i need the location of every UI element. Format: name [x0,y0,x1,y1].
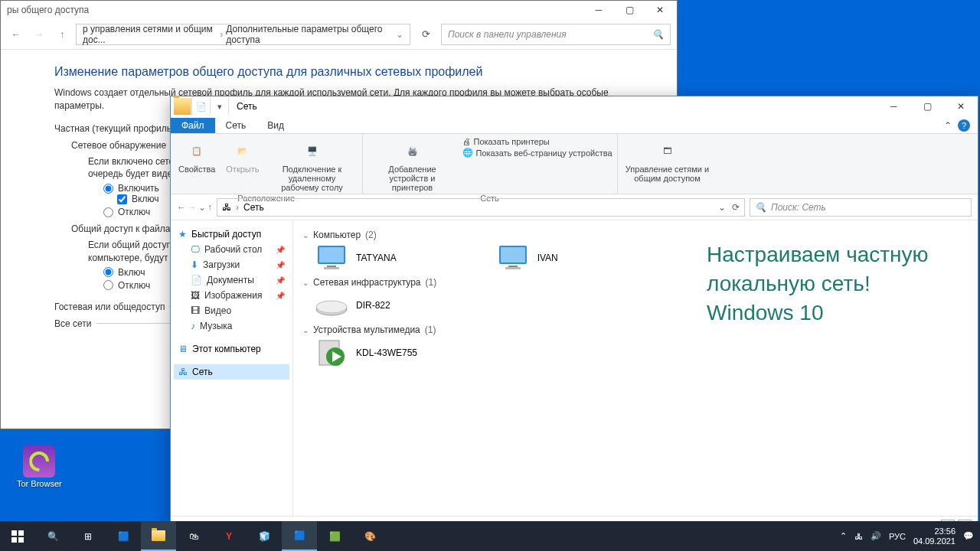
section-guest[interactable]: Гостевая или общедоступ [54,302,165,312]
radio-fileshare-off[interactable] [103,280,113,290]
network-icon: 🖧 [178,367,188,377]
cp-breadcrumb[interactable]: р управления сетями и общим дос... › Доп… [76,24,410,45]
radio-netdisc-off[interactable] [103,207,113,217]
ex-breadcrumb[interactable]: 🖧 › Сеть ⌄ ⟳ [217,198,745,217]
nav-downloads[interactable]: ⬇Загрузки📌 [174,257,289,272]
ribbon-tabs: Файл Сеть Вид ⌃ ? [171,116,978,133]
rdp-icon: 🖥️ [300,139,325,163]
breadcrumb-dropdown[interactable]: ⌄ [718,202,726,213]
chevron-down-icon: ⌄ [302,326,309,334]
tray-volume-icon[interactable]: 🔊 [871,531,881,541]
ribbon-network-center-button[interactable]: 🗔Управление сетями и общим доступом [622,137,713,184]
section-all-networks[interactable]: Все сети [54,318,92,329]
ribbon-properties-button[interactable]: 📋Свойства [175,137,218,175]
help-icon[interactable]: ? [958,119,970,132]
taskbar-regedit[interactable]: 🧊 [247,521,282,551]
svg-rect-1 [319,247,344,262]
computer-item[interactable]: TATYANA [315,243,397,272]
clock-date: 04.09.2021 [913,536,956,546]
svg-rect-13 [11,530,17,536]
forward-button[interactable]: → [30,25,48,44]
nav-this-pc[interactable]: 🖥Этот компьютер [174,341,289,357]
computer-item[interactable]: IVAN [496,243,558,272]
radio-netdisc-on[interactable] [103,184,113,194]
minimize-button[interactable]: ─ [877,96,910,116]
content-pane: ⌄Компьютер (2) TATYANA IVAN ⌄Сетевая инф… [293,220,978,516]
up-button[interactable]: ↑ [53,25,71,44]
close-button[interactable]: ✕ [645,1,675,19]
nav-documents[interactable]: 📄Документы📌 [174,272,289,288]
radio-fileshare-on[interactable] [103,267,113,277]
maximize-button[interactable]: ▢ [910,96,944,116]
taskbar-paint[interactable]: 🎨 [352,521,387,551]
ribbon-rdp-button[interactable]: 🖥️Подключение к удаленному рабочему стол… [267,137,358,194]
refresh-button[interactable]: ⟳ [732,202,740,213]
tab-network[interactable]: Сеть [215,118,257,133]
chevron-right-icon: › [220,29,223,40]
search-button[interactable]: 🔍 [35,521,70,551]
properties-icon: 📋 [185,139,209,163]
monitor-icon [315,243,348,272]
ribbon-show-webpage-button[interactable]: 🌐Показать веб-страницу устройства [462,148,612,158]
tray-notifications-icon[interactable]: 💬 [963,531,974,541]
back-button[interactable]: ← [7,25,25,44]
cp-heading: Изменение параметров общего доступа для … [54,65,623,79]
breadcrumb-seg[interactable]: Сеть [243,202,264,213]
ribbon-add-devices-button[interactable]: 🖨️Добавление устройств и принтеров [368,137,458,194]
svg-rect-14 [18,530,24,536]
breadcrumb-seg[interactable]: р управления сетями и общим дос... [83,24,217,45]
group-computers[interactable]: ⌄Компьютер (2) [302,230,969,240]
tab-view[interactable]: Вид [256,118,295,133]
item-label: KDL-43WE755 [356,347,417,358]
ex-search-input[interactable]: 🔍 Поиск: Сеть [750,198,972,217]
ex-titlebar: 📄 ▾ Сеть ─ ▢ ✕ [171,96,978,116]
forward-button[interactable]: → [188,202,197,213]
router-item[interactable]: DIR-822 [315,291,390,320]
cp-titlebar: ры общего доступа ─ ▢ ✕ [1,1,677,19]
window-title: Сеть [237,101,257,112]
maximize-button[interactable]: ▢ [614,1,645,19]
section-private[interactable]: Частная (текущий профиль) [54,123,175,134]
nav-quick-access[interactable]: ★Быстрый доступ [174,227,289,242]
qat-properties-icon[interactable]: 📄 [192,98,211,115]
back-button[interactable]: ← [177,202,186,213]
cp-search-input[interactable]: Поиск в панели управления 🔍 [441,24,671,45]
task-view-button[interactable]: ⊞ [70,521,106,551]
recent-dropdown[interactable]: ⌄ [198,202,206,213]
tor-browser-icon [23,445,55,478]
up-button[interactable]: ↑ [207,202,212,213]
taskbar-yandex[interactable]: Y [211,521,247,551]
ribbon-show-printers-button[interactable]: 🖨Показать принтеры [462,137,612,146]
start-button[interactable] [0,521,35,551]
taskbar-edge[interactable]: 🟦 [106,521,141,551]
refresh-button[interactable]: ⟳ [415,24,436,45]
desktop-icon-tor[interactable]: Tor Browser [17,445,62,488]
taskbar-app[interactable]: 🟦 [282,521,317,551]
tab-file[interactable]: Файл [171,118,215,133]
taskbar-explorer[interactable] [141,521,176,551]
nav-desktop[interactable]: 🖵Рабочий стол📌 [174,242,289,257]
clock-time: 23:56 [913,527,956,536]
tray-language[interactable]: РУС [889,532,906,541]
taskbar-store[interactable]: 🛍 [176,521,211,551]
checkbox-auto-setup[interactable] [117,194,127,204]
nav-videos[interactable]: 🎞Видео [174,303,289,318]
nav-music[interactable]: ♪Музыка [174,318,289,334]
tray-network-icon[interactable]: 🖧 [854,532,863,541]
qat-dropdown-icon[interactable]: ▾ [211,98,229,115]
tray-clock[interactable]: 23:56 04.09.2021 [913,527,956,546]
close-button[interactable]: ✕ [944,96,978,116]
ribbon-open-button[interactable]: 📂Открыть [223,137,262,175]
radio-label: Отключ [118,207,150,217]
open-icon: 📂 [230,139,255,163]
nav-network[interactable]: 🖧Сеть [174,364,289,380]
ribbon-collapse-icon[interactable]: ⌃ [944,120,952,131]
globe-icon: 🌐 [462,148,473,158]
nav-pictures[interactable]: 🖼Изображения📌 [174,288,289,303]
tray-chevron-icon[interactable]: ⌃ [840,531,847,541]
taskbar-app2[interactable]: 🟩 [317,521,352,551]
media-device-item[interactable]: KDL-43WE755 [315,338,417,367]
breadcrumb-seg[interactable]: Дополнительные параметры общего доступа [226,24,393,45]
chevron-down-icon[interactable]: ⌄ [396,29,403,40]
minimize-button[interactable]: ─ [583,1,614,19]
